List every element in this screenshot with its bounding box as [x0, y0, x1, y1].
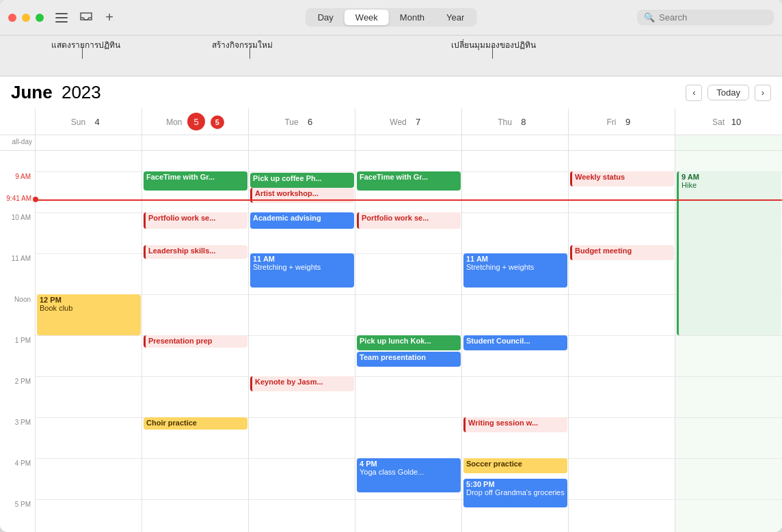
- cell-d2-h9[interactable]: [249, 499, 355, 532]
- prev-button[interactable]: ‹: [686, 85, 702, 101]
- allday-tue[interactable]: [249, 135, 355, 150]
- event-5[interactable]: Choir practice: [144, 417, 247, 430]
- event-26[interactable]: 9 AMHike: [677, 171, 781, 335]
- day-headers: Sun4 Mon 5 5 Tue6 Wed7 Thu8 Fri9 Sat10: [0, 109, 782, 135]
- cell-d6-h6[interactable]: [675, 376, 782, 417]
- event-8[interactable]: Academic advising: [250, 212, 354, 229]
- cell-d4-h0[interactable]: [462, 151, 569, 171]
- cell-d0-h5[interactable]: [36, 335, 142, 376]
- allday-thu[interactable]: [462, 135, 569, 150]
- cell-d0-h2[interactable]: [36, 212, 142, 253]
- month-view-button[interactable]: Month: [389, 10, 435, 25]
- sidebar-toggle-icon[interactable]: [52, 8, 71, 27]
- cell-d0-h3[interactable]: [36, 253, 142, 294]
- cell-d1-h9[interactable]: [142, 499, 249, 532]
- maximize-button[interactable]: [36, 14, 44, 22]
- allday-mon[interactable]: [142, 135, 249, 150]
- search-input[interactable]: [659, 12, 767, 23]
- time-label-8: 4 PM: [0, 458, 36, 499]
- cell-d3-h3[interactable]: [355, 253, 462, 294]
- event-24[interactable]: Weekly status: [570, 171, 674, 186]
- time-label-0: 8 AM: [0, 151, 36, 171]
- cell-d3-h6[interactable]: [355, 376, 462, 417]
- event-7[interactable]: Artist workshop...: [250, 188, 354, 203]
- cell-d5-h5[interactable]: [569, 335, 675, 376]
- cell-d2-h5[interactable]: [249, 335, 355, 376]
- cell-d0-h6[interactable]: [36, 376, 142, 417]
- day-view-button[interactable]: Day: [307, 10, 345, 25]
- event-19[interactable]: Student Council...: [463, 335, 567, 350]
- event-16[interactable]: Team presentation: [357, 352, 461, 367]
- cell-d3-h4[interactable]: [355, 294, 462, 335]
- add-event-button[interactable]: +: [101, 10, 118, 26]
- event-18[interactable]: 11 AMStretching + weights: [463, 253, 567, 288]
- cell-d0-h7[interactable]: [36, 417, 142, 458]
- cell-d3-h9[interactable]: [355, 499, 462, 532]
- inbox-icon[interactable]: [77, 8, 96, 27]
- allday-wed[interactable]: [355, 135, 462, 150]
- time-grid-scroll[interactable]: 8 AM9 AM10 AM11 AMNoon1 PM2 PM3 PM4 PM5 …: [0, 151, 782, 532]
- event-4[interactable]: Presentation prep: [144, 335, 247, 348]
- cell-d0-h0[interactable]: [36, 151, 142, 171]
- event-9[interactable]: 11 AMStretching + weights: [250, 253, 354, 288]
- search-box[interactable]: 🔍: [637, 10, 774, 25]
- cell-d0-h1[interactable]: [36, 171, 142, 212]
- cell-d5-h0[interactable]: [569, 151, 675, 171]
- year-view-button[interactable]: Year: [435, 10, 475, 25]
- cell-d2-h8[interactable]: [249, 458, 355, 499]
- cell-d5-h8[interactable]: [569, 458, 675, 499]
- cell-d6-h0[interactable]: [675, 151, 782, 171]
- month-title: June 2023: [11, 82, 101, 103]
- cell-d4-h1[interactable]: [462, 171, 569, 212]
- cell-d3-h0[interactable]: [355, 151, 462, 171]
- event-2[interactable]: Portfolio work se...: [144, 212, 247, 229]
- event-6[interactable]: Pick up coffee Ph...: [250, 173, 354, 188]
- time-grid: 8 AM9 AM10 AM11 AMNoon1 PM2 PM3 PM4 PM5 …: [0, 151, 782, 532]
- cell-d6-h7[interactable]: [675, 417, 782, 458]
- cell-d1-h0[interactable]: [142, 151, 249, 171]
- cell-d0-h9[interactable]: [36, 499, 142, 532]
- cell-d3-h7[interactable]: [355, 417, 462, 458]
- cell-d1-h8[interactable]: [142, 458, 249, 499]
- time-gutter-header: [0, 109, 36, 135]
- cell-d2-h0[interactable]: [249, 151, 355, 171]
- allday-fri[interactable]: [569, 135, 675, 150]
- cell-d6-h9[interactable]: [675, 499, 782, 532]
- next-button[interactable]: ›: [755, 85, 771, 101]
- cell-d5-h9[interactable]: [569, 499, 675, 532]
- allday-sun[interactable]: [36, 135, 142, 150]
- annotation-show-list: แสดงรายการปฏิทิน: [51, 38, 120, 51]
- event-14[interactable]: Portfolio work se...: [357, 212, 461, 229]
- event-17[interactable]: 4 PMYoga class Golde...: [357, 458, 461, 492]
- event-10[interactable]: Keynote by Jasm...: [250, 376, 354, 391]
- cell-d1-h3[interactable]: [142, 253, 249, 294]
- event-3[interactable]: Leadership skills...: [144, 245, 247, 259]
- allday-sat[interactable]: [675, 135, 782, 150]
- event-22[interactable]: 5:30 PMDrop off Grandma's groceries: [463, 479, 567, 507]
- event-20[interactable]: Writing session w...: [463, 417, 567, 432]
- cell-d2-h4[interactable]: [249, 294, 355, 335]
- cell-d2-h7[interactable]: [249, 417, 355, 458]
- event-15[interactable]: Pick up lunch Kok...: [357, 335, 461, 350]
- today-button[interactable]: Today: [707, 85, 749, 100]
- week-view-button[interactable]: Week: [345, 10, 389, 25]
- cell-d0-h8[interactable]: [36, 458, 142, 499]
- cell-d1-h4[interactable]: [142, 294, 249, 335]
- cell-d4-h2[interactable]: [462, 212, 569, 253]
- cell-d5-h4[interactable]: [569, 294, 675, 335]
- time-label-9: 5 PM: [0, 499, 36, 532]
- event-25[interactable]: Budget meeting: [570, 245, 674, 260]
- cell-d6-h5[interactable]: [675, 335, 782, 376]
- close-button[interactable]: [8, 14, 16, 22]
- cell-d1-h6[interactable]: [142, 376, 249, 417]
- event-21[interactable]: Soccer practice: [463, 458, 567, 473]
- minimize-button[interactable]: [22, 14, 30, 22]
- event-13[interactable]: FaceTime with Gr...: [357, 171, 461, 191]
- cell-d5-h6[interactable]: [569, 376, 675, 417]
- event-0[interactable]: 12 PMBook club: [37, 294, 141, 335]
- cell-d5-h7[interactable]: [569, 417, 675, 458]
- cell-d6-h8[interactable]: [675, 458, 782, 499]
- cell-d4-h4[interactable]: [462, 294, 569, 335]
- event-1[interactable]: FaceTime with Gr...: [144, 171, 247, 191]
- cell-d4-h6[interactable]: [462, 376, 569, 417]
